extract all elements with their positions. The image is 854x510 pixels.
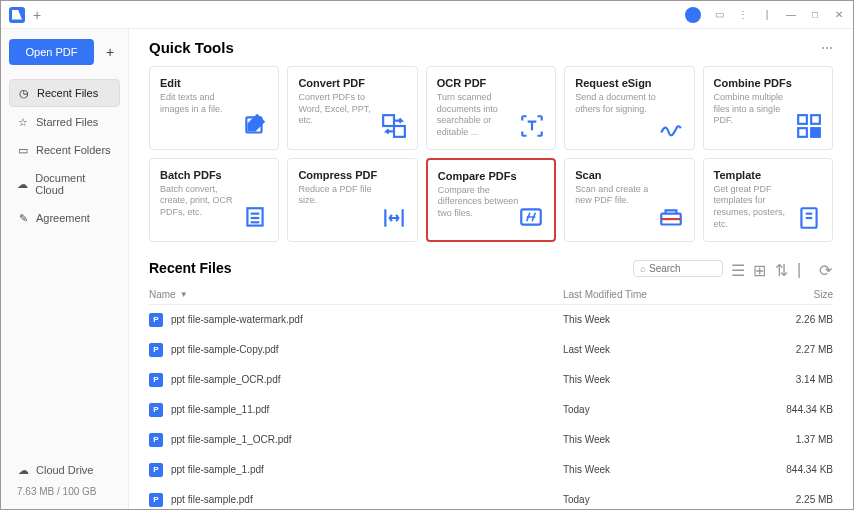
template-icon [796,205,822,231]
file-row[interactable]: Pppt file-sample.pdfToday2.25 MB [149,485,833,511]
pdf-file-icon: P [149,343,163,357]
tool-title: Scan [575,169,657,181]
tool-scan[interactable]: ScanScan and create a new PDF file. [564,158,694,242]
tool-compress-pdf[interactable]: Compress PDFReduce a PDF file size. [287,158,417,242]
file-row[interactable]: Pppt file-sample_OCR.pdfThis Week3.14 MB [149,365,833,395]
sidebar-item-starred-files[interactable]: ☆Starred Files [9,109,120,135]
quick-tools-title: Quick Tools [149,39,234,56]
combine-icon [796,113,822,139]
close-icon[interactable]: ✕ [833,9,845,21]
file-modified: Last Week [563,344,773,355]
recent-files-title: Recent Files [149,260,231,276]
quick-tools-more-icon[interactable]: ⋯ [821,41,833,55]
feedback-icon[interactable]: ▭ [713,9,725,21]
pdf-file-icon: P [149,433,163,447]
tool-request-esign[interactable]: Request eSignSend a document to others f… [564,66,694,150]
file-list-header: Name ▼ Last Modified Time Size [149,285,833,305]
svg-rect-4 [811,115,820,124]
file-size: 3.14 MB [773,374,833,385]
pdf-file-icon: P [149,463,163,477]
file-row[interactable]: Pppt file-sample_1.pdfThis Week844.34 KB [149,455,833,485]
avatar-icon[interactable] [685,7,701,23]
tool-title: Template [714,169,796,181]
file-size: 844.34 KB [773,464,833,475]
tool-combine-pdfs[interactable]: Combine PDFsCombine multiple files into … [703,66,833,150]
storage-text: 7.63 MB / 100 GB [9,482,120,501]
svg-rect-2 [394,126,405,137]
tool-template[interactable]: TemplateGet great PDF templates for resu… [703,158,833,242]
name-column-header[interactable]: Name ▼ [149,289,563,300]
grid-view-icon[interactable]: ⊞ [753,261,767,275]
sidebar-item-label: Agreement [36,212,90,224]
scan-icon [658,205,684,231]
search-icon: ⌕ [640,263,646,274]
file-size: 2.25 MB [773,494,833,505]
star-icon: ☆ [17,116,29,128]
pdf-file-icon: P [149,313,163,327]
open-pdf-button[interactable]: Open PDF [9,39,94,65]
sidebar: Open PDF + ◷Recent Files☆Starred Files▭R… [1,29,129,510]
file-name: ppt file-sample_1.pdf [171,464,264,475]
maximize-icon[interactable]: □ [809,9,821,21]
file-name: ppt file-sample-Copy.pdf [171,344,279,355]
size-column-header[interactable]: Size [773,289,833,300]
esign-icon [658,113,684,139]
tool-desc: Reduce a PDF file size. [298,184,380,207]
clock-icon: ◷ [18,87,30,99]
tool-desc: Compare the differences between two file… [438,185,518,220]
tool-title: Convert PDF [298,77,380,89]
search-box[interactable]: ⌕ [633,260,723,277]
sidebar-item-document-cloud[interactable]: ☁Document Cloud [9,165,120,203]
tool-title: Compress PDF [298,169,380,181]
tool-batch-pdfs[interactable]: Batch PDFsBatch convert, create, print, … [149,158,279,242]
list-view-icon[interactable]: ☰ [731,261,745,275]
file-row[interactable]: Pppt file-sample_1_OCR.pdfThis Week1.37 … [149,425,833,455]
tool-ocr-pdf[interactable]: OCR PDFTurn scanned documents into searc… [426,66,556,150]
file-name: ppt file-sample_11.pdf [171,404,269,415]
svg-rect-5 [798,128,807,137]
new-tab-button[interactable]: + [33,7,41,23]
refresh-icon[interactable]: ⟳ [819,261,833,275]
file-name: ppt file-sample.pdf [171,494,253,505]
file-size: 844.34 KB [773,404,833,415]
pdf-file-icon: P [149,493,163,507]
sidebar-item-recent-folders[interactable]: ▭Recent Folders [9,137,120,163]
tool-edit[interactable]: EditEdit texts and images in a file. [149,66,279,150]
titlebar: + ▭ ⋮ | — □ ✕ [1,1,853,29]
menu-icon[interactable]: ⋮ [737,9,749,21]
tool-compare-pdfs[interactable]: Compare PDFsCompare the differences betw… [426,158,556,242]
tool-title: Batch PDFs [160,169,242,181]
create-pdf-button[interactable]: + [100,44,120,60]
sidebar-item-label: Recent Folders [36,144,111,156]
file-modified: This Week [563,374,773,385]
app-logo [9,7,25,23]
svg-rect-3 [798,115,807,124]
file-row[interactable]: Pppt file-sample-watermark.pdfThis Week2… [149,305,833,335]
sidebar-item-label: Document Cloud [35,172,112,196]
sidebar-item-recent-files[interactable]: ◷Recent Files [9,79,120,107]
modified-column-header[interactable]: Last Modified Time [563,289,773,300]
file-modified: This Week [563,314,773,325]
minimize-icon[interactable]: — [785,9,797,21]
file-name: ppt file-sample-watermark.pdf [171,314,303,325]
file-name: ppt file-sample_1_OCR.pdf [171,434,292,445]
file-modified: This Week [563,464,773,475]
tool-convert-pdf[interactable]: Convert PDFConvert PDFs to Word, Excel, … [287,66,417,150]
tool-desc: Send a document to others for signing. [575,92,657,115]
cloud-drive-section[interactable]: ☁ Cloud Drive [9,458,120,482]
sort-icon[interactable]: ⇅ [775,261,789,275]
sidebar-item-label: Recent Files [37,87,98,99]
search-input[interactable] [649,263,716,274]
compare-icon [518,204,544,230]
pdf-file-icon: P [149,403,163,417]
file-row[interactable]: Pppt file-sample_11.pdfToday844.34 KB [149,395,833,425]
file-size: 1.37 MB [773,434,833,445]
tool-desc: Get great PDF templates for resumes, pos… [714,184,796,231]
batch-icon [242,205,268,231]
file-row[interactable]: Pppt file-sample-Copy.pdfLast Week2.27 M… [149,335,833,365]
svg-rect-1 [383,115,394,126]
compress-icon [381,205,407,231]
tool-desc: Scan and create a new PDF file. [575,184,657,207]
sidebar-item-agreement[interactable]: ✎Agreement [9,205,120,231]
file-modified: Today [563,494,773,505]
